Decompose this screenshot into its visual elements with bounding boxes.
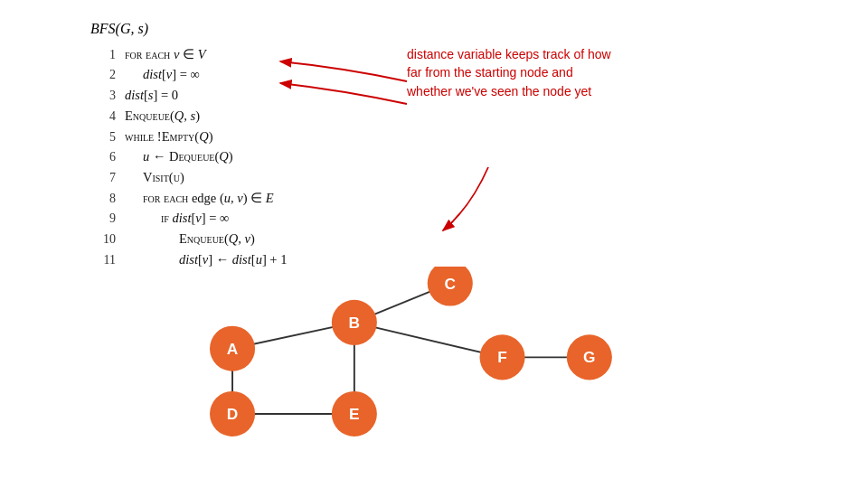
svg-text:C: C <box>445 275 457 293</box>
code-text: u ← Dequeue(Q) <box>125 146 233 166</box>
code-line-1: 1 for each v ∈ V <box>90 44 287 65</box>
code-line-5: 5 while !Empty(Q) <box>90 127 287 147</box>
svg-text:E: E <box>349 405 360 423</box>
annotation-text: distance variable keeps track of how far… <box>407 45 615 100</box>
node-b: B <box>332 300 377 345</box>
line-number: 5 <box>90 127 116 147</box>
node-g: G <box>567 334 612 380</box>
line-number: 2 <box>90 65 116 85</box>
code-text: Enqueue(Q, s) <box>125 106 200 126</box>
svg-text:G: G <box>583 348 595 366</box>
line-number: 4 <box>90 107 116 127</box>
svg-text:A: A <box>227 340 239 358</box>
pseudocode-block: BFS(G, s) 1 for each v ∈ V 2 dist[v] = ∞… <box>90 18 287 269</box>
code-text: for each edge (u, v) ∈ E <box>125 188 274 208</box>
code-text: while !Empty(Q) <box>125 127 213 146</box>
code-text: Visit(u) <box>125 167 184 187</box>
svg-text:B: B <box>349 314 361 332</box>
line-number: 7 <box>90 168 116 188</box>
graph-svg: A B C D E <box>163 267 633 465</box>
node-a: A <box>210 326 255 371</box>
line-number: 6 <box>90 147 116 167</box>
code-line-6: 6 u ← Dequeue(Q) <box>90 146 287 167</box>
line-number: 8 <box>90 189 116 209</box>
code-lines: 1 for each v ∈ V 2 dist[v] = ∞ 3 dist[s]… <box>90 44 287 270</box>
code-line-3: 3 dist[s] = 0 <box>90 85 287 106</box>
main-container: BFS(G, s) 1 for each v ∈ V 2 dist[v] = ∞… <box>0 0 868 488</box>
code-line-8: 8 for each edge (u, v) ∈ E <box>90 188 287 209</box>
code-text: dist[v] = ∞ <box>125 64 200 84</box>
code-line-2: 2 dist[v] = ∞ <box>90 64 287 85</box>
pseudocode-title: BFS(G, s) <box>90 18 287 41</box>
code-line-10: 10 Enqueue(Q, v) <box>90 229 287 249</box>
code-text: if dist[v] = ∞ <box>125 208 229 228</box>
graph-area: A B C D E <box>163 267 633 465</box>
line-number: 1 <box>90 45 116 65</box>
code-line-7: 7 Visit(u) <box>90 167 287 188</box>
code-line-4: 4 Enqueue(Q, s) <box>90 106 287 127</box>
line-number: 11 <box>90 250 116 270</box>
code-text: Enqueue(Q, v) <box>125 229 255 249</box>
svg-text:F: F <box>497 348 507 366</box>
node-f: F <box>480 334 525 380</box>
edge-bf <box>354 323 503 358</box>
node-c: C <box>428 267 473 306</box>
line-number: 9 <box>90 209 116 229</box>
node-e: E <box>332 391 377 436</box>
code-line-9: 9 if dist[v] = ∞ <box>90 208 287 229</box>
code-text: for each v ∈ V <box>125 44 205 64</box>
line-number: 3 <box>90 86 116 106</box>
node-d: D <box>210 391 255 436</box>
svg-text:D: D <box>227 405 239 423</box>
code-text: dist[s] = 0 <box>125 85 178 105</box>
line-number: 10 <box>90 230 116 249</box>
